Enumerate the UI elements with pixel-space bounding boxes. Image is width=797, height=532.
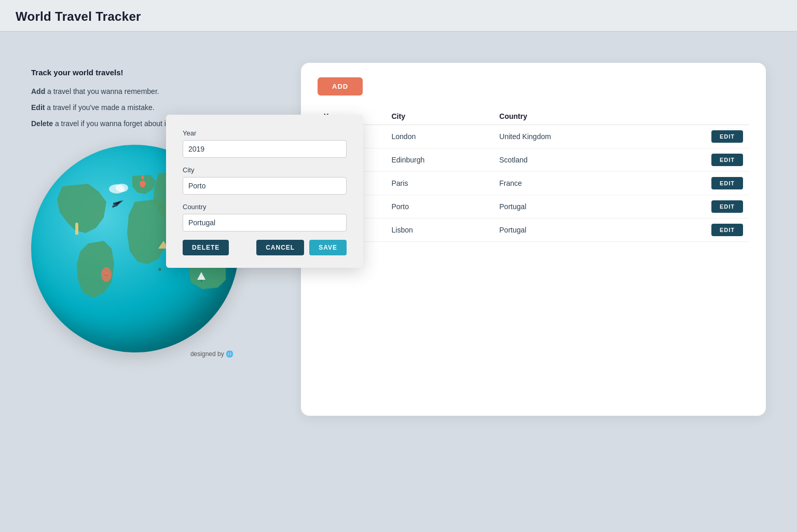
instruction-edit-keyword: Edit bbox=[31, 103, 45, 112]
instruction-add: Add a travel that you wanna remember. bbox=[31, 86, 280, 97]
col-action bbox=[645, 108, 749, 125]
svg-point-13 bbox=[105, 272, 108, 275]
table-row: Lisbon Portugal EDIT bbox=[318, 219, 749, 242]
app-title: World Travel Tracker bbox=[16, 9, 141, 23]
cell-country: United Kingdom bbox=[493, 125, 644, 148]
instruction-delete-keyword: Delete bbox=[31, 119, 53, 128]
form-country-field: Country bbox=[183, 203, 347, 231]
cell-country: France bbox=[493, 172, 644, 195]
save-button[interactable]: SAVE bbox=[309, 240, 347, 255]
table-row: Porto Portugal EDIT bbox=[318, 195, 749, 219]
main-content: Track your world travels! Add a travel t… bbox=[0, 32, 797, 436]
form-year-field: Year bbox=[183, 129, 347, 158]
cell-country: Portugal bbox=[493, 219, 644, 242]
cell-city: Porto bbox=[385, 195, 493, 219]
col-country: Country bbox=[493, 108, 644, 125]
table-body: 2019 London United Kingdom EDIT 2019 Edi… bbox=[318, 125, 749, 242]
edit-button-4[interactable]: EDIT bbox=[711, 224, 743, 236]
right-panel: ADD Year City Country 2019 London United… bbox=[301, 63, 766, 416]
add-button[interactable]: ADD bbox=[318, 77, 363, 96]
instruction-add-keyword: Add bbox=[31, 87, 45, 96]
form-right-actions: CANCEL SAVE bbox=[256, 240, 347, 255]
table-row: 2019 Edinburgh Scotland EDIT bbox=[318, 148, 749, 172]
cell-city: Lisbon bbox=[385, 219, 493, 242]
svg-point-8 bbox=[116, 184, 128, 192]
cell-country: Portugal bbox=[493, 195, 644, 219]
col-city: City bbox=[385, 108, 493, 125]
cell-action: EDIT bbox=[645, 172, 749, 195]
year-input[interactable] bbox=[183, 140, 347, 158]
form-city-field: City bbox=[183, 166, 347, 195]
edit-button-3[interactable]: EDIT bbox=[711, 200, 743, 213]
cell-city: Edinburgh bbox=[385, 148, 493, 172]
edit-button-2[interactable]: EDIT bbox=[711, 177, 743, 189]
cell-action: EDIT bbox=[645, 195, 749, 219]
cell-action: EDIT bbox=[645, 148, 749, 172]
edit-button-0[interactable]: EDIT bbox=[711, 130, 743, 143]
app-header: World Travel Tracker bbox=[0, 0, 797, 32]
cell-action: EDIT bbox=[645, 125, 749, 148]
cell-action: EDIT bbox=[645, 219, 749, 242]
svg-point-3 bbox=[75, 223, 78, 226]
instruction-delete-text: a travel if you wanna forget about it. bbox=[55, 119, 170, 128]
country-label: Country bbox=[183, 203, 347, 211]
table-row: Paris France EDIT bbox=[318, 172, 749, 195]
city-label: City bbox=[183, 166, 347, 174]
svg-rect-2 bbox=[75, 225, 78, 235]
travel-table: Year City Country 2019 London United Kin… bbox=[318, 108, 749, 242]
table-row: 2019 London United Kingdom EDIT bbox=[318, 125, 749, 148]
instruction-edit: Edit a travel if you've made a mistake. bbox=[31, 102, 280, 113]
globe-designed-by: designed by 🌐 bbox=[190, 350, 233, 358]
cancel-button[interactable]: CANCEL bbox=[256, 240, 304, 255]
table-header: Year City Country bbox=[318, 108, 749, 125]
edit-form-overlay: Year City Country DELETE CANCEL SAVE bbox=[166, 115, 363, 268]
delete-button[interactable]: DELETE bbox=[183, 240, 229, 255]
cell-country: Scotland bbox=[493, 148, 644, 172]
cell-city: Paris bbox=[385, 172, 493, 195]
tagline: Track your world travels! bbox=[31, 68, 280, 77]
year-label: Year bbox=[183, 129, 347, 137]
instruction-edit-text: a travel if you've made a mistake. bbox=[47, 103, 154, 112]
edit-button-1[interactable]: EDIT bbox=[711, 154, 743, 166]
svg-point-12 bbox=[141, 183, 145, 187]
country-input[interactable] bbox=[183, 214, 347, 231]
city-input[interactable] bbox=[183, 177, 347, 195]
instruction-add-text: a travel that you wanna remember. bbox=[47, 87, 159, 96]
form-actions: DELETE CANCEL SAVE bbox=[183, 240, 347, 255]
cell-city: London bbox=[385, 125, 493, 148]
table-header-row: Year City Country bbox=[318, 108, 749, 125]
svg-point-15 bbox=[158, 268, 161, 271]
